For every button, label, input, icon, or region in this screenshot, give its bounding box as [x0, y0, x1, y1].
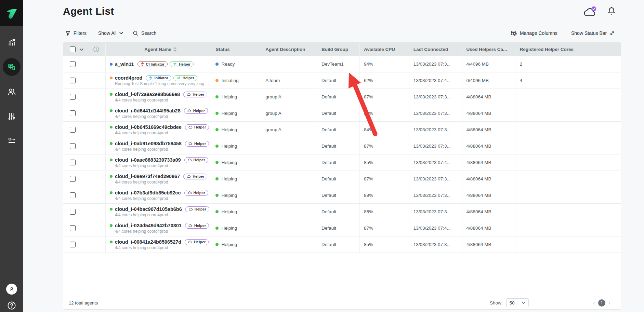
agent-name-cell: cloud_i-0ab91e098db759458 Helper 4/4 cor…	[106, 138, 212, 154]
agent-name: cloud_i-0b0451669c49cbdee	[115, 124, 182, 130]
registered-cores-cell	[515, 154, 621, 171]
table-row[interactable]: cloud_i-08e973f74ed290867 Helper 4/4 cor…	[63, 171, 621, 187]
agent-name: cloud_i-0d6441d144f95ab28	[115, 108, 181, 113]
row-checkbox[interactable]	[70, 160, 76, 165]
description-cell: group A	[261, 122, 317, 138]
cloud-status-button[interactable]	[583, 5, 597, 20]
person-icon	[9, 286, 15, 292]
description-cell	[261, 236, 317, 253]
agent-badge: Helper	[185, 223, 209, 229]
last-connected-cell: 13/03/2023 07:3...	[409, 122, 462, 138]
table-row[interactable]: s_win11 CI Initiator Helper Ready	[63, 56, 621, 72]
available-cpu-cell: 87%	[360, 138, 409, 154]
row-checkbox[interactable]	[70, 110, 76, 116]
agent-dot	[110, 109, 113, 112]
sidebar-item-help[interactable]	[0, 301, 23, 310]
agent-dot	[110, 142, 113, 145]
badge-label: Helper	[194, 223, 206, 228]
chevron-down-icon	[119, 32, 123, 35]
select-all-checkbox[interactable]	[70, 46, 76, 52]
agent-badge: Helper	[185, 124, 209, 130]
column-header-last-connected[interactable]: Last Connected	[409, 43, 462, 56]
swap-arrows-icon	[173, 63, 177, 66]
column-header-description[interactable]: Agent Description	[261, 43, 317, 56]
cloud-icon	[188, 142, 193, 145]
row-checkbox[interactable]	[70, 94, 76, 100]
current-page-badge[interactable]: 1	[598, 299, 605, 307]
registered-cores-cell	[515, 187, 621, 203]
agent-dot	[110, 77, 113, 79]
row-checkbox[interactable]	[70, 176, 76, 182]
sidebar-item-agents[interactable]	[0, 58, 23, 76]
used-helpers-cell: 4/88064 MB	[462, 154, 516, 171]
row-checkbox[interactable]	[70, 242, 76, 247]
manage-columns-button[interactable]: Manage Columns	[511, 29, 557, 38]
prev-page-button[interactable]: ‹	[593, 300, 595, 306]
column-header-build-group[interactable]: Build Group	[317, 43, 360, 56]
table-row[interactable]: coord4prod Initiator Helper Running Test…	[63, 72, 621, 89]
row-checkbox[interactable]	[70, 209, 76, 215]
status-cell: Helping	[211, 122, 261, 138]
agent-badge: Helper	[184, 157, 208, 163]
search-button[interactable]: Search	[133, 29, 156, 38]
last-connected-cell: 13/03/2023 07:3...	[409, 236, 462, 253]
select-menu-chevron-icon[interactable]	[80, 48, 83, 51]
status-label: Helping	[221, 160, 237, 165]
table-row[interactable]: cloud_i-0f72a9a2e88b666e8 Helper 4/4 cor…	[63, 89, 621, 105]
row-checkbox[interactable]	[70, 225, 76, 231]
agent-badge: CI Initiator	[137, 61, 168, 67]
show-all-label: Show All	[98, 30, 117, 36]
agent-name: cloud_i-024d549d942b70301	[115, 223, 182, 228]
filters-button[interactable]: Filters	[65, 29, 87, 38]
agent-subtitle: 4/4 cores helping coord4prod	[115, 147, 168, 152]
next-page-button[interactable]: ›	[608, 300, 610, 306]
toolbar-divider	[564, 29, 564, 38]
status-cell: Initiating	[211, 72, 261, 89]
table-row[interactable]: cloud_i-0d6441d144f95ab28 Helper 4/4 cor…	[63, 105, 621, 122]
row-checkbox[interactable]	[70, 143, 76, 149]
table-row[interactable]: cloud_i-024d549d942b70301 Helper 4/4 cor…	[63, 220, 621, 236]
table-row[interactable]: cloud_i-0b0451669c49cbdee Helper 4/4 cor…	[63, 122, 621, 138]
page-title: Agent List	[63, 5, 114, 17]
sidebar-item-analytics[interactable]	[0, 38, 23, 47]
table-row[interactable]: cloud_i-07b3af9db85cb92cc Helper 4/4 cor…	[63, 187, 621, 204]
sidebar-item-account[interactable]	[0, 284, 23, 295]
status-cell: Helping	[211, 171, 261, 187]
agent-name-cell: cloud_i-024d549d942b70301 Helper 4/4 cor…	[106, 220, 212, 236]
status-cell: Helping	[211, 138, 261, 154]
agent-badges: Helper	[185, 141, 209, 147]
table-row[interactable]: cloud_i-0aae8883239733a09 Helper 4/4 cor…	[63, 154, 621, 171]
agent-subtitle: Running Test Sample 1 long name very ver…	[115, 81, 209, 86]
badge-label: Helper	[194, 240, 206, 244]
sidebar-item-users[interactable]	[0, 87, 23, 96]
column-header-status[interactable]: Status	[211, 43, 261, 56]
last-connected-cell: 13/03/2023 07:4...	[409, 154, 462, 171]
sort-icon[interactable]	[173, 47, 176, 52]
row-checkbox[interactable]	[70, 192, 76, 198]
sidebar-item-settings[interactable]	[0, 112, 23, 121]
description-cell	[261, 56, 317, 72]
column-header-registered-helper-cores[interactable]: Registered Helper Cores	[515, 43, 621, 56]
row-checkbox[interactable]	[70, 78, 76, 83]
page-size-select[interactable]: 50	[506, 298, 529, 307]
cloud-icon	[188, 207, 193, 211]
show-status-bar-button[interactable]: Show Status Bar	[571, 29, 615, 38]
header-alerts	[87, 43, 106, 56]
table-row[interactable]: cloud_i-0ab91e098db759458 Helper 4/4 cor…	[63, 138, 621, 154]
table-row[interactable]: cloud_i-04bac907d105ab6b6 Helper 4/4 cor…	[63, 204, 621, 220]
brand-logo[interactable]	[0, 0, 23, 26]
sidebar-item-license[interactable]	[0, 136, 23, 145]
agents-table: Agent Name Status Agent Description Buil…	[63, 42, 621, 310]
notifications-button[interactable]	[607, 6, 616, 18]
column-label: Agent Name	[144, 47, 171, 52]
table-row[interactable]: cloud_i-00841a24b8506527d Helper 4/4 cor…	[63, 236, 621, 253]
column-header-used-helpers[interactable]: Used Helpers Ca...	[462, 43, 516, 56]
column-header-agent-name[interactable]: Agent Name	[106, 43, 212, 56]
status-dot	[215, 243, 219, 246]
row-checkbox[interactable]	[70, 61, 76, 67]
status-label: Helping	[221, 209, 237, 214]
row-checkbox[interactable]	[70, 127, 76, 133]
show-all-dropdown[interactable]: Show All	[98, 29, 123, 38]
agent-dot	[110, 175, 113, 178]
column-header-available-cpu[interactable]: Available CPU	[360, 43, 409, 56]
